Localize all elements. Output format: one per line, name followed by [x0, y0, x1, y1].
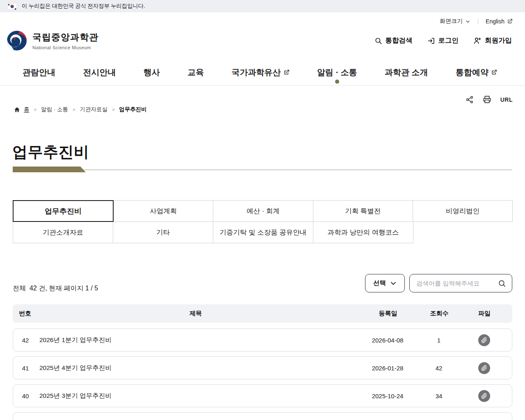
global-search-label: 통합검색: [386, 36, 413, 45]
signup-label: 회원가입: [485, 36, 512, 45]
breadcrumb: 홈 > 알림 · 소통 > 기관자료실 > 업무추진비: [14, 106, 147, 113]
paperclip-icon: [481, 365, 487, 371]
print-button[interactable]: [483, 95, 491, 104]
screen-size-label: 화면크기: [440, 18, 463, 25]
paperclip-icon: [481, 337, 487, 343]
nav-label: 전시안내: [83, 67, 116, 78]
row-file[interactable]: [459, 362, 509, 374]
nav-item-news[interactable]: 알림 · 소통: [317, 67, 357, 78]
site-logo[interactable]: 국립중앙과학관 National Science Museum: [7, 30, 98, 51]
breadcrumb-news[interactable]: 알림 · 소통: [41, 106, 68, 113]
title-rule-line: [13, 169, 512, 170]
page: 이 누리집은 대한민국 공식 전자정부 누리집입니다. 화면크기 English…: [0, 0, 525, 420]
tab-donation-guide[interactable]: 기증기탁 및 소장품 공유안내: [213, 221, 313, 243]
printer-icon: [483, 95, 491, 104]
nav-item-reservation[interactable]: 통합예약: [456, 67, 497, 78]
nav-label: 교육: [187, 67, 204, 78]
user-plus-icon: [473, 37, 482, 45]
tab-etc[interactable]: 기타: [113, 221, 213, 243]
header: 화면크기 English 국립중앙과학관 National Science Mu…: [0, 12, 525, 59]
tab-business-plan[interactable]: 사업계획: [113, 200, 213, 222]
korea-flag-icon: [7, 3, 17, 10]
global-search-button[interactable]: 통합검색: [374, 36, 413, 45]
breadcrumb-current: 업무추진비: [119, 106, 147, 113]
row-date: 2026-01-28: [357, 365, 418, 372]
login-button[interactable]: 로그인: [427, 36, 459, 45]
col-file: 파일: [460, 310, 509, 317]
tab-institution-intro[interactable]: 기관소개자료: [13, 221, 113, 243]
breadcrumb-separator: >: [33, 107, 37, 112]
breadcrumb-separator: >: [111, 107, 115, 112]
nav-item-about[interactable]: 과학관 소개: [385, 67, 428, 78]
row-title[interactable]: 2025년 4분기 업무추진비: [34, 364, 357, 372]
nav-item-visit[interactable]: 관람안내: [23, 67, 55, 78]
search-icon[interactable]: [498, 278, 506, 288]
attachment-badge[interactable]: [478, 362, 490, 374]
title-rule: [13, 167, 512, 172]
row-title[interactable]: 2026년 1분기 업무추진비: [34, 336, 357, 345]
nav-label: 관람안내: [23, 67, 55, 78]
nav-label: 국가과학유산: [232, 67, 281, 78]
attachment-badge[interactable]: [478, 334, 490, 346]
external-link-icon: [283, 69, 290, 75]
login-label: 로그인: [438, 36, 459, 45]
total-count: 42: [30, 285, 37, 292]
breadcrumb-archive[interactable]: 기관자료실: [80, 106, 107, 113]
nav-label: 과학관 소개: [385, 67, 428, 78]
category-tabs: 업무추진비 사업계획 예산 · 회계 기획 특별전 비영리법인 기관소개자료 기…: [13, 200, 513, 243]
attachment-badge[interactable]: [478, 390, 490, 402]
active-nav-dot: [335, 80, 339, 84]
row-file[interactable]: [459, 390, 509, 402]
government-logo-icon: [7, 30, 27, 51]
home-icon[interactable]: [14, 107, 20, 113]
breadcrumb-home[interactable]: 홈: [24, 106, 30, 113]
count-suffix: 건, 현재 페이지: [39, 285, 83, 292]
global-nav: 관람안내 전시안내 행사 교육 국가과학유산 알림 · 소통 과학관 소개 통합…: [0, 59, 525, 86]
nav-item-exhibition[interactable]: 전시안내: [83, 67, 116, 78]
nav-item-education[interactable]: 교육: [187, 67, 204, 78]
english-link[interactable]: English: [486, 18, 513, 25]
tab-expense[interactable]: 업무추진비: [13, 200, 114, 222]
table-row[interactable]: 41 2025년 4분기 업무추진비 2026-01-28 42: [13, 356, 512, 379]
board-search: [409, 274, 512, 292]
row-date: 2025-10-24: [357, 393, 418, 399]
tab-special-exhibition[interactable]: 기획 특별전: [313, 200, 413, 222]
page-title: 업무추진비: [12, 142, 89, 162]
col-date: 등록일: [357, 310, 419, 317]
tab-travel-course[interactable]: 과학과 낭만의 여행코스: [313, 221, 413, 243]
chevron-down-icon: [390, 280, 397, 287]
table-row-partial[interactable]: [13, 412, 512, 420]
table-row[interactable]: 42 2026년 1분기 업무추진비 2026-04-08 1: [13, 329, 512, 352]
logo-title: 국립중앙과학관: [32, 31, 98, 43]
table-row[interactable]: 40 2025년 3분기 업무추진비 2025-10-24 34: [13, 384, 512, 407]
page-utilities: URL: [466, 95, 513, 104]
row-title[interactable]: 2025년 3분기 업무추진비: [34, 392, 357, 400]
external-link-icon: [507, 18, 513, 24]
search-input[interactable]: [416, 280, 498, 287]
tab-nonprofit[interactable]: 비영리법인: [413, 200, 513, 222]
nav-item-events[interactable]: 행사: [144, 67, 160, 78]
copy-url-button[interactable]: URL: [500, 96, 513, 103]
share-button[interactable]: [466, 96, 474, 104]
tab-budget-accounting[interactable]: 예산 · 회계: [213, 200, 313, 222]
english-label: English: [486, 18, 504, 25]
title-rule-accent: [13, 167, 86, 172]
page-indicator: 1 / 5: [85, 285, 98, 292]
signup-button[interactable]: 회원가입: [473, 36, 512, 45]
breadcrumb-separator: >: [72, 107, 76, 112]
search-field-select[interactable]: 선택: [365, 274, 405, 292]
chevron-down-icon: [465, 19, 470, 24]
header-utilities: 통합검색 로그인 회원가입: [374, 36, 512, 45]
nav-label: 알림 · 소통: [317, 67, 357, 78]
screen-size-menu[interactable]: 화면크기: [440, 18, 470, 25]
row-file[interactable]: [459, 334, 509, 346]
login-icon: [427, 37, 435, 45]
col-title: 제목: [34, 310, 357, 317]
logo-subtitle: National Science Museum: [32, 45, 98, 50]
row-number: 41: [16, 365, 34, 372]
nav-item-science-heritage[interactable]: 국가과학유산: [232, 67, 290, 78]
table-header: 번호 제목 등록일 조회수 파일: [13, 304, 512, 323]
row-date: 2026-04-08: [357, 337, 418, 344]
search-icon: [374, 37, 382, 45]
tab-row-2: 기관소개자료 기타 기증기탁 및 소장품 공유안내 과학과 낭만의 여행코스: [13, 222, 513, 243]
